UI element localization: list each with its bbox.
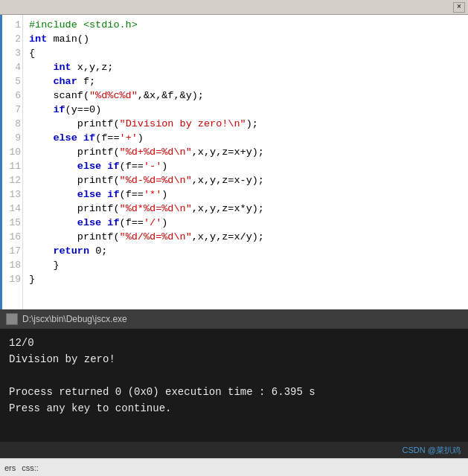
console-line-5: Press any key to continue. (9, 400, 459, 416)
console-area: D:\jscx\bin\Debug\jscx.exe 12/0 Division… (0, 309, 468, 458)
code-editor[interactable]: #include <stdio.h> int main() { int x,y,… (23, 15, 468, 309)
console-line-2: Division by zero! (9, 351, 459, 367)
console-line-3 (9, 367, 459, 384)
bottom-tabs: ers css:: (0, 458, 468, 476)
console-titlebar: D:\jscx\bin\Debug\jscx.exe (0, 309, 468, 329)
bottom-tab-1[interactable]: ers (4, 463, 16, 472)
console-footer: CSDN @菜扒鸡 (0, 442, 468, 458)
console-line-4: Process returned 0 (0x0) execution time … (9, 384, 459, 400)
console-icon (6, 313, 18, 325)
console-line-1: 12/0 (9, 335, 459, 351)
watermark: CSDN @菜扒鸡 (403, 445, 461, 456)
line-numbers: 1 2 3 4 5 6 7 8 9 10 11 12 13 14 15 16 1… (2, 15, 23, 309)
title-bar: × (0, 0, 468, 15)
editor-area: 1 2 3 4 5 6 7 8 9 10 11 12 13 14 15 16 1… (0, 15, 468, 309)
console-output: 12/0 Division by zero! Process returned … (0, 329, 468, 442)
console-title: D:\jscx\bin\Debug\jscx.exe (22, 314, 127, 324)
bottom-tab-2[interactable]: css:: (22, 463, 39, 472)
close-button[interactable]: × (453, 2, 465, 13)
